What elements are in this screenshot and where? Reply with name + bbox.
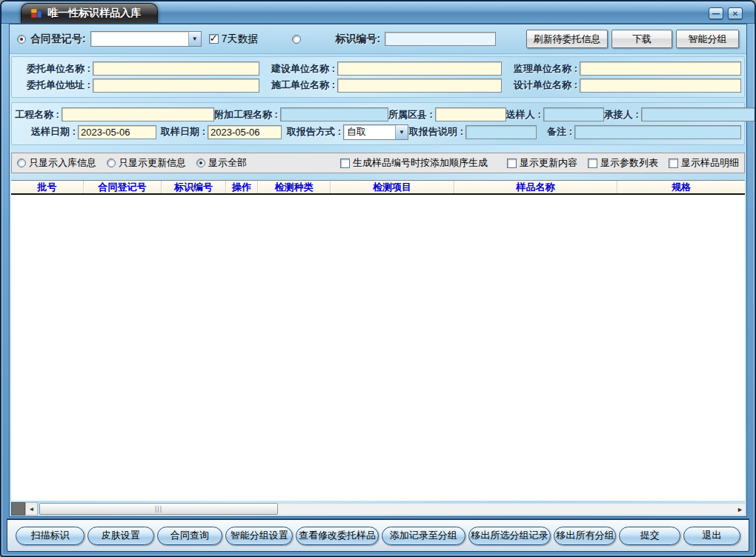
checkbox-show-parameters[interactable]: 显示参数列表: [588, 156, 658, 170]
radio-show-all[interactable]: 显示全部: [196, 156, 247, 170]
tag-number-label: 标识编号:: [335, 33, 380, 46]
extra-project-name-input[interactable]: [280, 107, 388, 121]
district-label: 所属区县 :: [388, 108, 433, 121]
col-header-contract[interactable]: 合同登记号: [84, 181, 162, 193]
download-button[interactable]: 下载: [611, 30, 672, 48]
add-record-to-group-button[interactable]: 添加记录至分组: [382, 527, 465, 545]
horizontal-scrollbar: ◄ ||| ►: [11, 502, 745, 516]
main-panel: 合同登记号: ▼ 7天数据 标识编号: 刷新待委托信息 下载 智能分组 委托单位…: [9, 24, 747, 517]
sample-sender-label: 送样人 :: [506, 108, 541, 121]
district-input[interactable]: [435, 107, 506, 121]
radio-icon: [196, 159, 205, 167]
col-header-action[interactable]: 操作: [226, 181, 258, 193]
report-method-combobox[interactable]: 自取 ▼: [343, 124, 408, 140]
supervision-unit-label: 监理单位名称 :: [502, 62, 577, 76]
seven-day-checkbox[interactable]: [209, 34, 219, 44]
exit-button[interactable]: 退出: [683, 527, 740, 545]
sampling-date-label: 取样日期 :: [156, 125, 205, 139]
report-method-label: 取报告方式 :: [282, 125, 341, 139]
supervision-unit-input[interactable]: [580, 61, 741, 76]
send-date-input[interactable]: [78, 125, 156, 139]
smart-group-settings-button[interactable]: 智能分组设置: [225, 527, 293, 545]
construction-unit-label: 建设单位名称 :: [259, 62, 335, 76]
smart-group-button[interactable]: 智能分组: [676, 30, 739, 48]
client-name-label: 委托单位名称 :: [15, 62, 90, 76]
design-unit-input[interactable]: [580, 79, 741, 93]
checkbox-icon: [669, 159, 678, 168]
sampling-date-input[interactable]: [208, 125, 282, 139]
project-info-form: 工程名称 : 附加工程名称 : 所属区县 : 送样人 : 承接人 : 送样日期 …: [11, 102, 745, 145]
radio-only-inbound[interactable]: 只显示入库信息: [17, 156, 96, 170]
checkbox-icon: [507, 159, 517, 168]
builder-unit-input[interactable]: [337, 79, 502, 93]
checkbox-show-sample-detail[interactable]: 显示样品明细: [669, 156, 739, 170]
contract-query-button[interactable]: 合同查询: [157, 527, 223, 545]
search-bar: 合同登记号: ▼ 7天数据 标识编号: 刷新待委托信息 下载 智能分组: [10, 24, 746, 54]
send-date-label: 送样日期 :: [15, 125, 76, 139]
minimize-button[interactable]: —: [709, 7, 723, 19]
contract-number-combobox[interactable]: ▼: [90, 31, 202, 47]
submit-button[interactable]: 提交: [619, 527, 680, 545]
client-name-input[interactable]: [93, 61, 259, 76]
radio-icon: [107, 159, 116, 167]
contract-number-label: 合同登记号:: [30, 33, 86, 46]
refresh-pending-button[interactable]: 刷新待委托信息: [526, 30, 608, 48]
skin-settings-button[interactable]: 皮肤设置: [87, 527, 154, 545]
grid-header-row: 批号 合同登记号 标识编号 操作 检测种类 检测项目 样品名称 规格: [11, 181, 745, 195]
remove-selected-group-records-button[interactable]: 移出所选分组记录: [468, 527, 551, 545]
project-name-input[interactable]: [62, 107, 214, 121]
scan-tag-button[interactable]: 扫描标识: [16, 527, 84, 545]
scrollbar-corner: [11, 502, 25, 516]
col-header-spec[interactable]: 规格: [617, 181, 745, 193]
display-options-bar: 只显示入库信息 只显示更新信息 显示全部 生成样品编号时按添加顺序生成 显示更新…: [11, 153, 745, 173]
col-header-sample[interactable]: 样品名称: [454, 181, 617, 193]
scrollbar-thumb[interactable]: |||: [39, 503, 278, 515]
col-header-tag[interactable]: 标识编号: [162, 181, 226, 193]
remove-all-groups-button[interactable]: 移出所有分组: [554, 527, 616, 545]
report-note-label: 取报告说明 :: [408, 125, 463, 139]
scroll-left-arrow[interactable]: ◄: [25, 502, 38, 516]
tag-number-input[interactable]: [385, 32, 496, 46]
report-note-input[interactable]: [465, 125, 537, 139]
report-method-value: 自取: [344, 125, 395, 139]
col-header-test-item[interactable]: 检测项目: [331, 181, 454, 193]
receiver-input[interactable]: [641, 107, 756, 121]
chevron-down-icon[interactable]: ▼: [188, 32, 201, 46]
contract-combo-value: [91, 32, 188, 46]
scrollbar-track[interactable]: ►: [278, 503, 745, 515]
app-icon: [30, 7, 42, 19]
title-bar[interactable]: 唯一性标识样品入库 — ✕: [1, 1, 755, 24]
title-tab: 唯一性标识样品入库: [21, 3, 158, 23]
extra-project-name-label: 附加工程名称 :: [214, 108, 278, 121]
checkbox-show-updates[interactable]: 显示更新内容: [507, 156, 577, 170]
col-header-batch[interactable]: 批号: [11, 181, 84, 193]
checkbox-icon: [340, 159, 350, 168]
app-window: 唯一性标识样品入库 — ✕ 合同登记号: ▼ 7天数据 标识编号: 刷新待委托信…: [0, 0, 756, 557]
grid-body-empty[interactable]: [11, 195, 745, 501]
close-button[interactable]: ✕: [728, 7, 743, 19]
remark-input[interactable]: [574, 125, 741, 139]
design-unit-label: 设计单位名称 :: [502, 79, 577, 92]
unit-info-form: 委托单位名称 : 建设单位名称 : 监理单位名称 : 委托单位地址 : 施工单位…: [11, 56, 745, 98]
project-name-label: 工程名称 :: [15, 108, 59, 121]
remark-label: 备注 :: [537, 125, 572, 139]
sample-sender-input[interactable]: [543, 107, 604, 121]
checkbox-icon: [588, 159, 597, 168]
col-header-test-type[interactable]: 检测种类: [258, 181, 331, 193]
seven-day-label: 7天数据: [222, 33, 259, 46]
chevron-down-icon[interactable]: ▼: [395, 125, 408, 139]
scroll-right-arrow[interactable]: ►: [737, 506, 743, 513]
footer-toolbar: 扫描标识 皮肤设置 合同查询 智能分组设置 查看修改委托样品 添加记录至分组 移…: [7, 518, 749, 552]
contract-search-radio[interactable]: [17, 35, 26, 44]
builder-unit-label: 施工单位名称 :: [259, 79, 335, 92]
window-title: 唯一性标识样品入库: [47, 7, 141, 20]
radio-icon: [17, 159, 26, 167]
sample-grid: 批号 合同登记号 标识编号 操作 检测种类 检测项目 样品名称 规格: [11, 180, 745, 501]
client-address-input[interactable]: [93, 79, 259, 93]
tag-search-radio[interactable]: [292, 35, 301, 44]
checkbox-sequential-numbering[interactable]: 生成样品编号时按添加顺序生成: [340, 156, 488, 170]
view-edit-samples-button[interactable]: 查看修改委托样品: [296, 527, 379, 545]
client-address-label: 委托单位地址 :: [15, 79, 90, 92]
radio-only-updated[interactable]: 只显示更新信息: [107, 156, 186, 170]
construction-unit-input[interactable]: [337, 61, 502, 76]
